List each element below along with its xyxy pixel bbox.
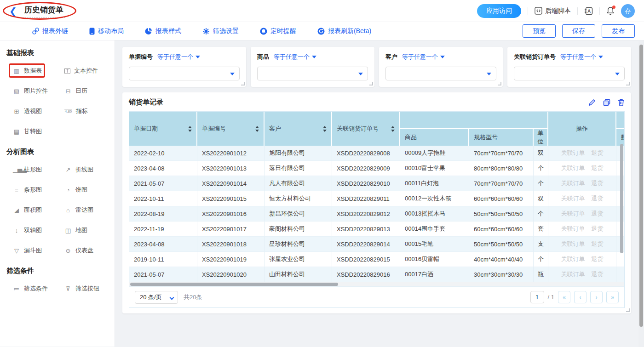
publish-button[interactable]: 发布 — [602, 24, 635, 38]
related-order-link[interactable]: 关联订单 — [561, 225, 585, 232]
related-order-link[interactable]: 关联订单 — [561, 256, 585, 262]
resize-handle[interactable] — [498, 82, 501, 85]
page-scroll-thumb[interactable] — [639, 45, 643, 327]
sidebar-item[interactable]: ⌂ 雷达图 — [64, 206, 93, 214]
col-quantity-clipped[interactable]: 数量 — [616, 128, 624, 146]
related-order-link[interactable]: 关联订单 — [561, 149, 585, 156]
filter-operator-dropdown[interactable]: 等于任意一个 — [274, 53, 316, 61]
sidebar-item-label: 筛选条件 — [24, 284, 48, 293]
return-link[interactable]: 退货 — [592, 210, 604, 217]
filter-card[interactable]: 客户 等于任意一个 — [379, 47, 503, 87]
sidebar-item[interactable]: ↗ 折线图 — [64, 165, 93, 174]
col-unit[interactable]: 单位 — [534, 128, 548, 146]
col-doc-no[interactable]: 单据编号 — [197, 112, 264, 146]
table-frame: 单据日期 单据编号 客户 关联销货订单号 — [129, 111, 625, 308]
return-link[interactable]: 退货 — [592, 165, 604, 171]
return-link[interactable]: 退货 — [592, 271, 604, 278]
resize-handle[interactable] — [241, 82, 245, 85]
last-page-button[interactable]: » — [606, 291, 619, 303]
related-order-link[interactable]: 关联订单 — [561, 210, 585, 217]
sidebar-item[interactable]: ▽ 漏斗图 — [13, 246, 42, 255]
sidebar-item[interactable]: T 文本控件 — [64, 67, 98, 75]
sidebar-item[interactable]: ▧ 图片控件 — [13, 87, 48, 95]
app-access-button[interactable]: 应用访问 — [477, 4, 521, 18]
backend-script-button[interactable]: 后端脚本 — [535, 7, 571, 15]
toolbar-item-report-style[interactable]: 报表样式 — [145, 27, 181, 35]
filter-value-select[interactable] — [129, 67, 240, 80]
return-link[interactable]: 退货 — [592, 225, 604, 232]
return-link[interactable]: 退货 — [592, 180, 604, 187]
related-order-link[interactable]: 关联订单 — [561, 165, 585, 171]
filter-value-select[interactable] — [385, 67, 496, 80]
cell-product: 00011白灯泡 — [400, 176, 469, 191]
sort-icon[interactable] — [323, 126, 327, 132]
notification-bell-icon[interactable] — [606, 6, 615, 15]
horizontal-scroll-thumb[interactable] — [130, 283, 338, 286]
sidebar-item[interactable]: ▁▅▃ 柱形图 — [13, 165, 42, 174]
return-link[interactable]: 退货 — [592, 195, 604, 202]
back-icon[interactable]: ❮ — [9, 6, 17, 16]
sort-icon[interactable] — [391, 126, 395, 132]
next-page-button[interactable]: › — [590, 291, 603, 303]
col-date[interactable]: 单据日期 — [129, 112, 197, 146]
toolbar-item-filter-settings[interactable]: 筛选设置 — [202, 27, 239, 35]
sidebar-item[interactable]: ◢ 面积图 — [13, 206, 42, 214]
related-order-link[interactable]: 关联订单 — [561, 271, 585, 278]
sidebar-item[interactable]: ≡ 条形图 — [13, 186, 42, 194]
sort-icon[interactable] — [255, 126, 259, 132]
save-button[interactable]: 保存 — [562, 24, 595, 38]
related-order-link[interactable]: 关联订单 — [561, 195, 585, 202]
filter-operator-dropdown[interactable]: 等于任意一个 — [560, 53, 603, 61]
toolbar-item-report-refresh[interactable]: 报表刷新(Beta) — [317, 27, 371, 35]
return-link[interactable]: 退货 — [592, 256, 604, 262]
avatar[interactable]: 存 — [621, 4, 635, 18]
delete-icon[interactable] — [618, 99, 625, 106]
sidebar-item[interactable]: ↕ 双轴图 — [13, 226, 42, 234]
page-size-select[interactable]: 20 条/页 — [135, 291, 178, 304]
cell-doc-no: XS20220901014 — [197, 176, 264, 191]
sidebar-item[interactable]: ⊙ 仪表盘 — [64, 246, 93, 255]
sidebar-item[interactable]: ≔ 筛选条件 — [13, 284, 48, 293]
sidebar-item[interactable]: ▥ 数据表 — [13, 67, 42, 75]
sidebar-item[interactable]: ⊞ 透视图 — [13, 107, 42, 115]
col-product[interactable]: 商品 — [400, 128, 469, 146]
chevron-down-icon — [440, 56, 445, 58]
toolbar-item-mobile-layout[interactable]: 移动布局 — [89, 27, 124, 35]
sort-icon[interactable] — [188, 126, 192, 132]
filter-value-select[interactable] — [257, 67, 368, 80]
resize-handle[interactable] — [369, 82, 373, 85]
related-order-link[interactable]: 关联订单 — [561, 240, 585, 247]
prev-page-button[interactable]: ‹ — [574, 291, 586, 303]
sidebar-item[interactable]: ◔ 饼图 — [64, 186, 87, 194]
sidebar-item[interactable]: ⊟ 日历 — [64, 87, 87, 95]
filter-card[interactable]: 关联销货订单号 等于任意一个 — [507, 47, 631, 87]
filter-value-select[interactable] — [514, 67, 625, 80]
sidebar-item[interactable]: ⊽ 筛选按钮 — [64, 284, 99, 293]
sidebar-item[interactable]: 4,80 指标 — [64, 107, 88, 115]
col-spec[interactable]: 规格型号 — [469, 128, 534, 146]
return-link[interactable]: 退货 — [592, 240, 604, 247]
language-icon[interactable]: A — [584, 7, 593, 15]
resize-handle[interactable] — [626, 308, 630, 312]
preview-button[interactable]: 预览 — [523, 24, 556, 38]
sidebar-item[interactable]: ◫ 地图 — [64, 226, 87, 234]
sidebar-item[interactable]: ▤ 甘特图 — [13, 127, 42, 136]
filter-card[interactable]: 单据编号 等于任意一个 — [122, 47, 246, 87]
first-page-button[interactable]: « — [558, 291, 570, 303]
copy-icon[interactable] — [603, 99, 610, 106]
toolbar-item-scheduled-reminder[interactable]: 定时提醒 — [260, 27, 296, 35]
filter-operator-dropdown[interactable]: 等于任意一个 — [402, 53, 445, 61]
page-title[interactable]: 历史销货单 — [23, 4, 65, 18]
return-link[interactable]: 退货 — [592, 149, 604, 156]
page-number-input[interactable] — [530, 291, 544, 303]
filter-card[interactable]: 商品 等于任意一个 — [251, 47, 374, 87]
link-icon — [32, 28, 39, 34]
filter-operator-dropdown[interactable]: 等于任意一个 — [157, 53, 200, 61]
table-vertical-scrollbar[interactable] — [620, 144, 623, 253]
edit-icon[interactable] — [588, 99, 596, 106]
toolbar-item-external-link[interactable]: 报表外链 — [32, 27, 68, 35]
col-related-order[interactable]: 关联销货订单号 — [332, 112, 400, 146]
related-order-link[interactable]: 关联订单 — [561, 180, 585, 187]
resize-handle[interactable] — [626, 82, 630, 85]
col-customer[interactable]: 客户 — [264, 112, 332, 146]
